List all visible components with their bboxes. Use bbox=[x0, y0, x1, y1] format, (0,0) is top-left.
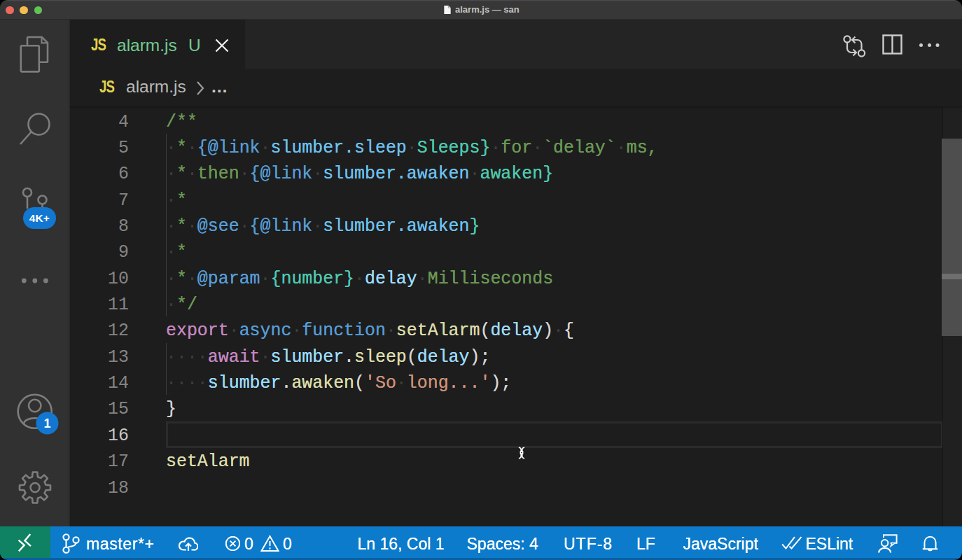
svg-text:1: 1 bbox=[43, 416, 50, 430]
